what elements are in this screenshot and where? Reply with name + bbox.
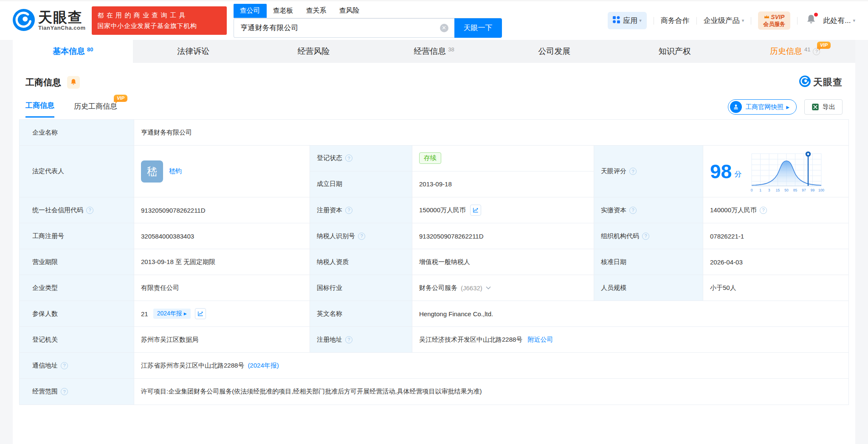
search-button[interactable]: 天眼一下 <box>454 18 502 38</box>
table-row: 经营范围 ? 许可项目:企业集团财务公司服务(依法须经批准的项目,经相关部门批准… <box>20 379 848 405</box>
svg-text:85: 85 <box>793 188 798 192</box>
company-name-label: 企业名称 <box>20 120 134 145</box>
legal-rep-label: 法定代表人 <box>20 146 134 197</box>
insured-trend-icon[interactable] <box>195 308 206 319</box>
help-icon[interactable]: ? <box>345 336 352 343</box>
search-input[interactable] <box>234 18 454 38</box>
nearby-companies-link[interactable]: 附近公司 <box>527 336 553 344</box>
address-label-text: 注册地址 <box>317 336 342 344</box>
play-icon: ▶ <box>184 312 187 316</box>
promo-banner[interactable]: 都在用的商业查询工具 国家中小企业发展子基金旗下机构 <box>92 6 227 35</box>
notification-bell-icon[interactable] <box>806 14 816 27</box>
site-header: 天眼查 TianYanCha.com 都在用的商业查询工具 国家中小企业发展子基… <box>0 0 868 40</box>
approval-date-value: 2026-04-03 <box>703 249 848 275</box>
industry-code: (J6632) <box>461 284 482 292</box>
notification-dot <box>814 13 818 17</box>
help-icon[interactable]: ? <box>345 207 352 214</box>
english-name-value: Hengtong Finance Co.,ltd. <box>412 301 848 326</box>
section-title: 工商信息 <box>25 76 61 88</box>
annual-report-tag[interactable]: 2024年报 ▶ <box>153 309 191 319</box>
tab-history-info[interactable]: 历史信息 41 ? VIP <box>735 40 855 63</box>
reg-capital-value: 150000万人民币 <box>412 197 594 223</box>
help-icon[interactable]: ? <box>61 388 68 395</box>
menu-item-more-label: 此处有... <box>823 16 851 25</box>
svip-member-button[interactable]: SVIP 会员服务 <box>758 11 790 30</box>
chevron-down-icon: ▾ <box>639 18 642 23</box>
help-icon[interactable]: ? <box>345 155 352 162</box>
score-number: 98 <box>710 162 732 181</box>
tianyancha-logo[interactable]: 天眼查 TianYanCha.com <box>13 9 86 33</box>
annual-report-tag-label: 2024年报 <box>157 310 182 318</box>
taxpayer-quality-label: 纳税人资质 <box>310 249 412 275</box>
subtab-business-info[interactable]: 工商信息 <box>25 101 54 118</box>
help-icon[interactable]: ? <box>61 362 68 369</box>
tab-company-development[interactable]: 公司发展 <box>494 40 614 63</box>
capital-trend-icon[interactable] <box>470 205 481 216</box>
tab-count: 80 <box>87 46 93 53</box>
reg-capital-label-text: 注册资本 <box>317 206 342 214</box>
divider <box>751 17 751 25</box>
score-label-text: 天眼评分 <box>601 167 626 175</box>
menu-item-business[interactable]: 商务合作 <box>661 16 690 25</box>
help-icon[interactable]: ? <box>358 233 365 240</box>
menu-item-enterprise[interactable]: 企业级产品 ▾ <box>704 16 744 25</box>
company-type-label: 企业类型 <box>20 275 134 301</box>
menu-item-more[interactable]: 此处有... ▾ <box>823 16 855 25</box>
industry-label: 国标行业 <box>310 275 412 301</box>
export-label: 导出 <box>823 103 835 111</box>
establish-date-value: 2013-09-18 <box>412 171 594 197</box>
industry-text: 财务公司服务 <box>419 284 457 292</box>
help-icon[interactable]: ? <box>760 207 767 214</box>
help-icon[interactable]: ? <box>642 233 649 240</box>
legal-rep-link[interactable]: 嵇钧 <box>169 167 182 175</box>
business-scope-label: 经营范围 ? <box>20 379 134 405</box>
apps-menu-label: 应用 <box>623 16 637 25</box>
tab-operation-info[interactable]: 经营信息 38 <box>374 40 494 63</box>
logo-title: 天眼查 <box>38 10 86 25</box>
credit-code-label-text: 统一社会信用代码 <box>32 206 83 214</box>
credit-code-label: 统一社会信用代码 ? <box>20 197 134 223</box>
search-tabs: 查公司 查老板 查关系 查风险 <box>234 4 502 18</box>
svip-service-label: 会员服务 <box>763 21 785 28</box>
tab-legal-litigation[interactable]: 法律诉讼 <box>133 40 253 63</box>
search-tab-boss[interactable]: 查老板 <box>267 4 300 18</box>
reg-capital-text: 150000万人民币 <box>419 206 466 214</box>
reg-capital-label: 注册资本 ? <box>310 197 412 223</box>
search-tab-relation[interactable]: 查关系 <box>300 4 333 18</box>
export-button[interactable]: 导出 <box>804 99 843 115</box>
mail-address-label-text: 通信地址 <box>32 362 58 370</box>
clear-icon[interactable]: ✕ <box>440 24 448 32</box>
establish-date-label: 成立日期 <box>310 171 412 197</box>
staff-size-label: 人员规模 <box>594 275 703 301</box>
table-row: 营业期限 2013-09-18 至 无固定期限 纳税人资质 增值税一般纳税人 核… <box>20 249 848 275</box>
chevron-down-icon[interactable] <box>486 286 491 289</box>
tab-basic-info[interactable]: 基本信息 80 <box>13 40 133 63</box>
mail-annual-report-link[interactable]: (2024年报) <box>248 362 279 370</box>
official-snapshot-button[interactable]: 工商官网快照 ▶ <box>728 99 797 115</box>
table-row: 企业名称 亨通财务有限公司 <box>20 120 848 146</box>
tab-intellectual-property[interactable]: 知识产权 <box>614 40 735 63</box>
registry-label: 登记机关 <box>20 327 134 352</box>
credit-code-value: 91320509078262211D <box>134 197 310 223</box>
org-code-label-text: 组织机构代码 <box>601 232 639 240</box>
apps-menu-button[interactable]: 应用 ▾ <box>608 12 647 29</box>
insured-count-value: 21 2024年报 ▶ <box>134 301 310 326</box>
svg-text:15: 15 <box>776 188 780 192</box>
legal-rep-avatar[interactable]: 嵇 <box>141 160 163 183</box>
subscribe-bell-icon[interactable] <box>67 76 80 89</box>
stamp-icon <box>730 101 742 113</box>
help-icon[interactable]: ? <box>86 207 93 214</box>
paid-capital-label: 实缴资本 ? <box>594 197 703 223</box>
help-icon[interactable]: ? <box>629 207 637 214</box>
search-tab-company[interactable]: 查公司 <box>234 4 267 18</box>
help-icon[interactable]: ? <box>629 168 637 175</box>
address-value: 吴江经济技术开发区中山北路2288号 附近公司 <box>412 327 848 352</box>
tab-operation-risk[interactable]: 经营风险 <box>254 40 374 63</box>
tab-count: 38 <box>448 46 454 53</box>
subtab-history-business-info[interactable]: 历史工商信息 VIP <box>74 101 117 117</box>
search-tab-risk[interactable]: 查风险 <box>333 4 366 18</box>
chevron-down-icon: ▾ <box>742 18 744 23</box>
apps-grid-icon <box>613 16 620 25</box>
score-distribution-chart: 0 1 3 15 50 85 97 99 100 <box>747 149 826 194</box>
svg-text:97: 97 <box>802 188 806 192</box>
